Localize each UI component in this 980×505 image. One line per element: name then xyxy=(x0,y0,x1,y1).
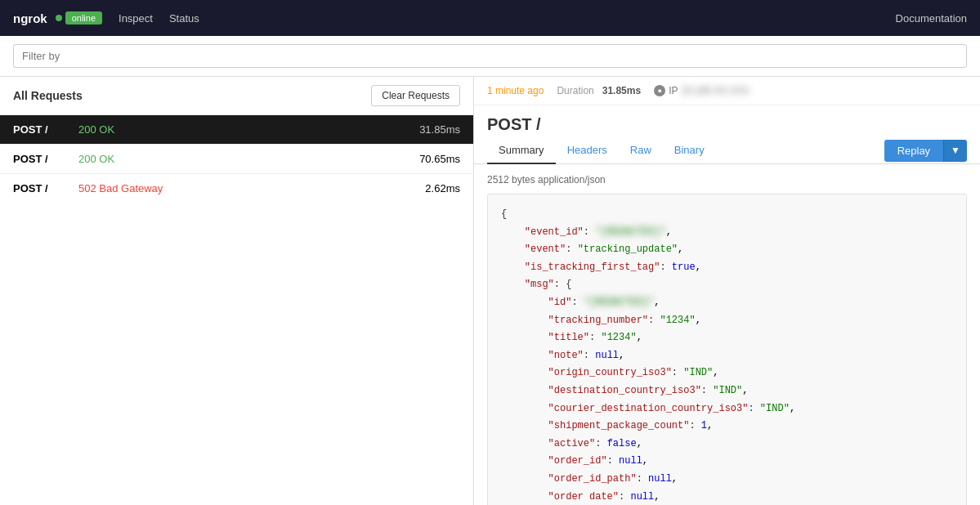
json-line: "shipment_package_count": 1, xyxy=(501,418,953,436)
json-line: "title": "1234", xyxy=(501,329,953,347)
tabs-bar: Summary Headers Raw Binary Replay ▼ xyxy=(474,137,980,164)
online-badge: online xyxy=(65,11,102,25)
inspect-link[interactable]: Inspect xyxy=(119,12,153,25)
duration-value: 31.85ms xyxy=(602,85,641,96)
json-line: "event": "tracking_update", xyxy=(501,241,953,259)
main-layout: All Requests Clear Requests POST /200 OK… xyxy=(0,77,980,505)
req-time: 31.85ms xyxy=(395,123,460,136)
json-line: { xyxy=(501,206,953,224)
documentation-link[interactable]: Documentation xyxy=(896,12,967,25)
request-row[interactable]: POST /502 Bad Gateway2.62ms xyxy=(0,173,473,203)
req-time: 70.65ms xyxy=(395,153,460,165)
requests-header: All Requests Clear Requests xyxy=(0,77,473,114)
replay-btn-group: Replay ▼ xyxy=(884,140,967,162)
tab-headers[interactable]: Headers xyxy=(556,137,619,164)
post-title: POST / xyxy=(474,105,980,134)
json-line: "order_id_path": null, xyxy=(501,471,953,489)
clear-requests-button[interactable]: Clear Requests xyxy=(371,85,460,106)
req-status: 502 Bad Gateway xyxy=(78,182,395,194)
filter-bar xyxy=(0,36,980,77)
duration-label: Duration xyxy=(557,85,593,96)
req-method: POST / xyxy=(13,153,78,165)
user-icon: ● xyxy=(654,85,665,96)
json-line: "event_id": "[REDACTED]", xyxy=(501,224,953,242)
json-line: "origin_country_iso3": "IND", xyxy=(501,364,953,382)
ip-label: IP xyxy=(669,85,678,96)
request-meta: 1 minute ago Duration 31.85ms ● IP 24.18… xyxy=(487,85,750,96)
json-line: "destination_country_iso3": "IND", xyxy=(501,382,953,400)
req-status: 200 OK xyxy=(78,123,395,136)
ip-info: ● IP 24.185.XX.XXX xyxy=(654,85,750,96)
right-panel: 1 minute ago Duration 31.85ms ● IP 24.18… xyxy=(474,77,980,505)
content-area: 2512 bytes application/json { "event_id"… xyxy=(474,164,980,505)
tab-raw[interactable]: Raw xyxy=(619,137,663,164)
left-panel: All Requests Clear Requests POST /200 OK… xyxy=(0,77,474,505)
time-ago: 1 minute ago xyxy=(487,85,544,96)
request-row[interactable]: POST /200 OK70.65ms xyxy=(0,144,473,173)
brand-logo: ngrok xyxy=(13,11,47,25)
requests-title: All Requests xyxy=(13,89,83,102)
status-link[interactable]: Status xyxy=(169,12,199,25)
json-line: "tracking_number": "1234", xyxy=(501,312,953,330)
tab-binary[interactable]: Binary xyxy=(663,137,716,164)
replay-button[interactable]: Replay xyxy=(884,140,943,162)
json-line: "note": null, xyxy=(501,347,953,365)
req-status: 200 OK xyxy=(78,153,395,165)
req-method: POST / xyxy=(13,182,78,194)
replay-dropdown-button[interactable]: ▼ xyxy=(943,140,967,162)
json-line: "msg": { xyxy=(501,276,953,294)
json-line: "is_tracking_first_tag": true, xyxy=(501,259,953,277)
filter-input[interactable] xyxy=(13,44,967,68)
topnav: ngrok online Inspect Status Documentatio… xyxy=(0,0,980,36)
json-viewer: { "event_id": "[REDACTED]", "event": "tr… xyxy=(487,194,967,505)
json-line: "order_id": null, xyxy=(501,453,953,471)
content-meta: 2512 bytes application/json xyxy=(487,174,967,185)
ip-value: 24.185.XX.XXX xyxy=(681,85,749,96)
right-header: 1 minute ago Duration 31.85ms ● IP 24.18… xyxy=(474,77,980,105)
json-line: "courier_destination_country_iso3": "IND… xyxy=(501,400,953,418)
status-dot xyxy=(56,15,62,21)
request-list: POST /200 OK31.85msPOST /200 OK70.65msPO… xyxy=(0,114,473,203)
tab-summary[interactable]: Summary xyxy=(487,137,556,164)
request-row[interactable]: POST /200 OK31.85ms xyxy=(0,114,473,144)
req-time: 2.62ms xyxy=(395,182,460,194)
json-line: "order date": null, xyxy=(501,489,953,506)
json-line: "id": "[REDACTED]", xyxy=(501,294,953,312)
json-line: "active": false, xyxy=(501,436,953,454)
req-method: POST / xyxy=(13,123,78,136)
